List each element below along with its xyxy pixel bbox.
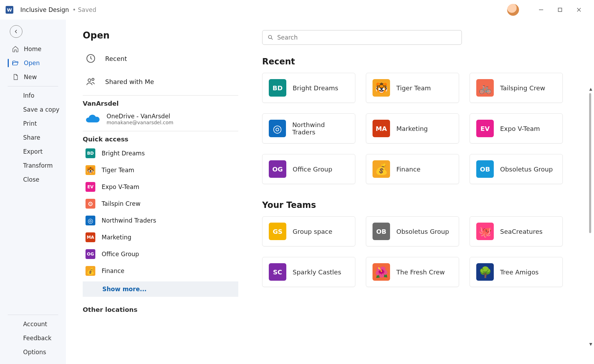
team-card[interactable]: OGOffice Group [262,154,355,184]
team-card[interactable]: EVExpo V-Team [470,113,563,144]
team-tile-icon: OG [86,249,95,259]
quick-access-item[interactable]: MAMarketing [83,229,238,246]
team-tile-icon: BD [269,79,286,97]
nav-transform[interactable]: Transform [0,159,66,173]
nav-info-label: Info [23,92,34,99]
backstage-nav: Home Open New Info Save a copy Print Sha… [0,20,66,364]
team-card-label: SeaCreatures [500,228,542,235]
quick-access-item[interactable]: OGOffice Group [83,246,238,262]
nav-options-label: Options [23,349,46,356]
team-tile-icon: BD [86,148,95,158]
team-tile-icon: 🚲 [476,79,494,97]
source-shared[interactable]: Shared with Me [83,70,238,93]
nav-export[interactable]: Export [0,145,66,159]
team-card-label: Expo V-Team [500,125,540,132]
scroll-up-icon[interactable]: ▲ [589,87,592,91]
nav-info[interactable]: Info [0,89,66,103]
nav-new[interactable]: New [0,70,66,84]
team-card[interactable]: OBObsoletus Group [470,154,563,184]
team-tile-icon: EV [476,120,494,137]
nav-export-label: Export [23,148,43,155]
team-tile-icon: 🐙 [476,223,494,240]
onedrive-sub: monakane@vanarsdel.com [107,120,173,125]
nav-save-copy-label: Save a copy [23,106,60,113]
quick-access-item[interactable]: 🐯Tiger Team [83,162,238,178]
team-card[interactable]: GSGroup space [262,216,355,246]
quick-access-item[interactable]: BDBright Dreams [83,145,238,162]
team-card[interactable]: 🐙SeaCreatures [470,216,563,246]
nav-transform-label: Transform [23,162,53,169]
onedrive-icon [85,114,100,124]
source-shared-label: Shared with Me [105,78,154,85]
quick-access-item[interactable]: ⚙Tailspin Crew [83,195,238,212]
team-card[interactable]: ◎Northwind Traders [262,113,355,144]
show-more-button[interactable]: Show more... [83,281,238,297]
other-locations-label: Other locations [83,306,238,313]
window: W Inclusive Design • Saved Home Open New [0,0,594,364]
nav-options[interactable]: Options [0,345,66,359]
nav-feedback-label: Feedback [23,335,52,342]
back-button[interactable] [10,25,22,38]
window-close[interactable] [569,3,588,17]
people-icon [85,76,97,88]
account-section-label: VanArsdel [83,100,238,107]
save-status: • Saved [73,6,96,13]
window-minimize[interactable] [532,3,551,17]
source-recent[interactable]: Recent [83,47,238,70]
search-icon [267,34,274,41]
team-card-label: Bright Dreams [293,84,338,92]
clock-icon [85,52,97,64]
team-card[interactable]: SCSparkly Castles [262,257,355,287]
team-tile-icon: MA [373,120,390,137]
onedrive-account[interactable]: OneDrive - VanArsdel monakane@vanarsdel.… [83,109,238,129]
user-avatar[interactable] [507,4,519,16]
nav-open[interactable]: Open [0,56,66,70]
team-tile-icon: ⚙ [86,199,95,209]
nav-close[interactable]: Close [0,173,66,187]
quick-access-item-label: Expo V-Team [102,183,139,190]
team-card-label: Sparkly Castles [293,268,341,276]
nav-print[interactable]: Print [0,117,66,131]
scroll-down-icon[interactable]: ▼ [589,342,592,346]
nav-account[interactable]: Account [0,317,66,331]
team-card-label: Tree Amigos [500,268,539,276]
content-panel: Recent BDBright Dreams🐯Tiger Team🚲Tailsp… [255,20,594,364]
nav-save-copy[interactable]: Save a copy [0,103,66,117]
team-card[interactable]: OBObsoletus Group [366,216,459,246]
scrollbar-thumb[interactable] [589,93,591,233]
onedrive-title: OneDrive - VanArsdel [107,113,173,120]
team-tile-icon: OG [269,160,286,178]
team-card[interactable]: BDBright Dreams [262,73,355,103]
svg-point-6 [92,78,94,80]
team-tile-icon: MA [86,232,95,242]
quick-access-item[interactable]: EVExpo V-Team [83,178,238,195]
team-tile-icon: OB [373,223,390,240]
team-tile-icon: ◎ [86,216,95,225]
team-tile-icon: 💰 [86,266,95,276]
team-tile-icon: 🐯 [86,165,95,175]
open-heading: Open [83,30,238,41]
search-input[interactable] [277,34,457,41]
team-card-label: Group space [293,228,332,235]
team-card-label: Marketing [396,125,428,132]
nav-share-label: Share [23,134,40,141]
team-card[interactable]: 🌺The Fresh Crew [366,257,459,287]
team-card[interactable]: 🐯Tiger Team [366,73,459,103]
nav-close-label: Close [23,176,39,183]
quick-access-item[interactable]: 💰Finance [83,262,238,279]
team-card[interactable]: 🌳Tree Amigos [470,257,563,287]
nav-share[interactable]: Share [0,131,66,145]
team-card[interactable]: 💰Finance [366,154,459,184]
team-tile-icon: SC [269,263,286,281]
svg-line-8 [271,38,273,40]
search-box[interactable] [262,30,462,45]
nav-feedback[interactable]: Feedback [0,331,66,345]
quick-access-item[interactable]: ◎Northwind Traders [83,212,238,229]
team-card[interactable]: 🚲Tailsping Crew [470,73,563,103]
quick-access-item-label: Finance [102,267,124,274]
team-card-label: Obsoletus Group [396,228,449,235]
team-card-label: Northwind Traders [292,121,349,136]
window-maximize[interactable] [551,3,569,17]
team-card[interactable]: MAMarketing [366,113,459,144]
nav-home[interactable]: Home [0,42,66,56]
